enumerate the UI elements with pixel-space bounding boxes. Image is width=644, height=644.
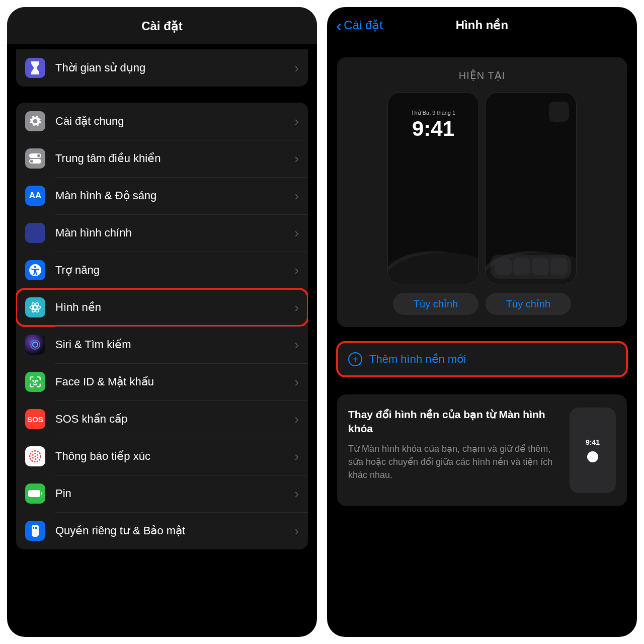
row-text-size[interactable]: AAMàn hình & Độ sáng› [16,177,308,214]
row-label: Quyền riêng tư & Bảo mật [55,524,294,537]
plus-circle-icon: + [348,352,362,366]
svg-point-11 [33,342,38,347]
current-header: HIỆN TẠI [348,69,616,82]
wallpaper-body: HIỆN TẠI Thứ Ba, 9 tháng 1 9:41 [327,40,637,506]
row-label: Cài đặt chung [55,115,294,128]
page-title: Cài đặt [7,7,317,44]
chevron-right-icon: › [294,188,299,204]
svg-point-16 [34,453,36,454]
svg-point-3 [30,160,33,163]
tip-time: 9:41 [586,438,600,446]
chevron-right-icon: › [294,374,299,390]
dock-app-icon [550,258,568,275]
exposure-icon [25,446,45,466]
chevron-right-icon: › [294,225,299,241]
chevron-right-icon: › [294,486,299,502]
hand-privacy-icon [25,521,45,541]
lock-time: 9:41 [388,117,478,141]
battery-icon [25,484,45,504]
row-label: Màn hình & Độ sáng [55,189,294,202]
apps-grid-icon [25,223,45,243]
add-wallpaper-label: Thêm hình nền mới [369,353,466,366]
chevron-right-icon: › [294,263,299,278]
svg-point-10 [31,340,40,349]
customize-lock-button[interactable]: Tùy chỉnh [393,293,478,315]
row-battery[interactable]: Pin› [16,475,308,512]
tip-card: Thay đổi hình nền của bạn từ Màn hình kh… [337,394,627,506]
chevron-right-icon: › [294,151,299,167]
siri-icon [25,335,45,355]
chevron-right-icon: › [294,523,299,539]
chevron-right-icon: › [294,449,299,464]
nav-bar: ‹ Cài đặt Hình nền [327,7,637,40]
svg-point-20 [32,457,34,458]
tip-title: Thay đổi hình nền của bạn từ Màn hình kh… [348,408,559,436]
chevron-right-icon: › [294,337,299,353]
svg-point-21 [32,454,34,456]
svg-point-15 [34,455,36,457]
svg-point-13 [37,380,38,381]
tip-illustration-icon: 9:41 [570,408,616,493]
toggles-icon [25,148,45,169]
row-label: Trung tâm điều khiển [55,152,294,165]
row-toggles[interactable]: Trung tâm điều khiển› [16,140,308,177]
chevron-right-icon: › [294,300,299,315]
svg-point-1 [37,154,40,157]
chevron-right-icon: › [294,114,299,129]
lockscreen-preview[interactable]: Thứ Ba, 9 tháng 1 9:41 [388,93,478,284]
faceid-icon [25,372,45,392]
tip-body: Từ Màn hình khóa của bạn, chạm và giữ để… [348,442,559,481]
chevron-left-icon: ‹ [336,20,342,30]
row-label: Pin [55,487,294,500]
row-label: Face ID & Mật khẩu [55,375,294,388]
row-label: Màn hình chính [55,226,294,239]
lock-date: Thứ Ba, 9 tháng 1 [388,110,478,116]
widget-placeholder-icon [549,102,569,122]
row-wallpaper-flower[interactable]: Hình nền› [16,289,308,326]
svg-point-12 [33,380,34,381]
row-label: Thời gian sử dụng [55,61,294,74]
row-hand-privacy[interactable]: Quyền riêng tư & Bảo mật› [16,512,308,549]
row-label: Hình nền [55,301,294,314]
touch-dot-icon [587,451,598,462]
current-wallpaper-card: HIỆN TẠI Thứ Ba, 9 tháng 1 9:41 [337,57,627,327]
gear-icon [25,111,45,131]
wallpaper-flower-icon [25,297,45,317]
homescreen-preview[interactable] [486,93,576,284]
settings-screen: Cài đặt Thời gian sử dụng › Cài đặt chun… [7,7,317,637]
row-exposure[interactable]: Thông báo tiếp xúc› [16,438,308,475]
back-button[interactable]: ‹ Cài đặt [336,18,383,32]
row-siri[interactable]: Siri & Tìm kiếm› [16,326,308,363]
row-sos[interactable]: SOSSOS khẩn cấp› [16,400,308,438]
settings-list: Thời gian sử dụng › Cài đặt chung›Trung … [7,44,317,549]
svg-point-18 [37,457,38,458]
tip-text: Thay đổi hình nền của bạn từ Màn hình kh… [348,408,559,493]
row-label: Trợ năng [55,264,294,277]
svg-point-5 [34,266,36,268]
add-wallpaper-button[interactable]: + Thêm hình nền mới [337,342,627,376]
svg-point-19 [34,458,36,460]
svg-rect-23 [41,492,42,495]
row-gear[interactable]: Cài đặt chung› [16,103,308,140]
accessibility-icon [25,260,45,280]
settings-group-top: Thời gian sử dụng › [16,49,308,87]
settings-group-main: Cài đặt chung›Trung tâm điều khiển›AAMàn… [16,103,308,549]
hourglass-icon [25,58,45,78]
row-screentime[interactable]: Thời gian sử dụng › [16,49,308,87]
dock-app-icon [532,258,549,275]
row-faceid[interactable]: Face ID & Mật khẩu› [16,363,308,400]
text-size-icon: AA [25,186,45,206]
dock-app-icon [495,258,512,275]
dock-app-icon [513,258,530,275]
row-label: Siri & Tìm kiếm [55,338,294,351]
back-label: Cài đặt [344,18,383,32]
sos-icon: SOS [25,409,45,429]
svg-point-17 [37,454,38,456]
customize-home-button[interactable]: Tùy chỉnh [486,293,571,315]
wallpaper-previews: Thứ Ba, 9 tháng 1 9:41 [348,93,616,284]
row-apps-grid[interactable]: Màn hình chính› [16,214,308,252]
customize-buttons: Tùy chỉnh Tùy chỉnh [348,293,616,315]
row-label: SOS khẩn cấp [55,413,294,426]
chevron-right-icon: › [294,60,299,76]
row-accessibility[interactable]: Trợ năng› [16,252,308,289]
